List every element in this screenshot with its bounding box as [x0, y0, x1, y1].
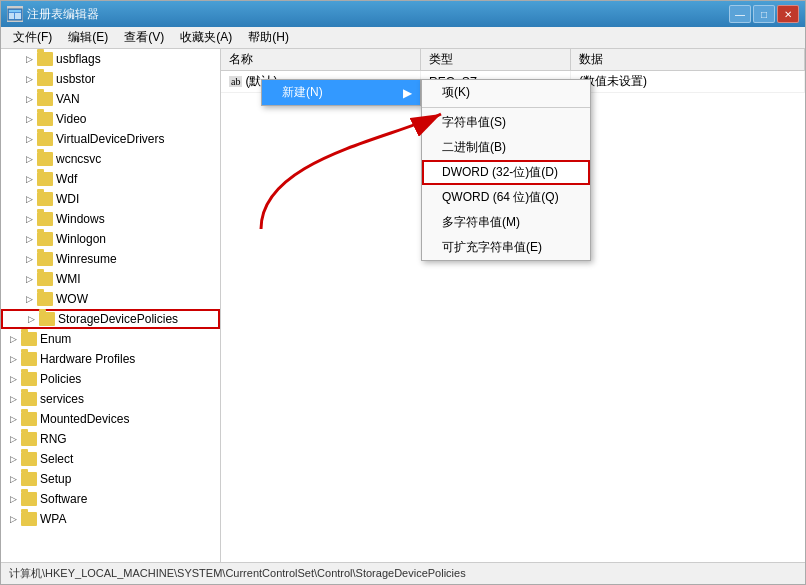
submenu-item-multistring[interactable]: 多字符串值(M) — [422, 210, 590, 235]
folder-icon — [37, 292, 53, 306]
tree-item-van[interactable]: ▷ VAN — [1, 89, 220, 109]
tree-label: usbflags — [56, 52, 101, 66]
submenu-item-dword[interactable]: DWORD (32-位)值(D) — [422, 160, 590, 185]
folder-icon — [37, 72, 53, 86]
folder-icon — [37, 192, 53, 206]
right-panel: 名称 类型 数据 ab (默认) REG_SZ (数值未设置) 新建(N) — [221, 49, 805, 562]
tree-panel[interactable]: ▷ usbflags ▷ usbstor ▷ VAN ▷ Video ▷ — [1, 49, 221, 562]
tree-label: WMI — [56, 272, 81, 286]
folder-icon — [39, 312, 55, 326]
submenu-item-qword[interactable]: QWORD (64 位)值(Q) — [422, 185, 590, 210]
menu-view[interactable]: 查看(V) — [116, 27, 172, 48]
tree-label: Wdf — [56, 172, 77, 186]
expand-icon: ▷ — [5, 491, 21, 507]
menu-file[interactable]: 文件(F) — [5, 27, 60, 48]
tree-item-software[interactable]: ▷ Software — [1, 489, 220, 509]
submenu-item-binary[interactable]: 二进制值(B) — [422, 135, 590, 160]
tree-item-rng[interactable]: ▷ RNG — [1, 429, 220, 449]
tree-item-wpa[interactable]: ▷ WPA — [1, 509, 220, 529]
expand-icon: ▷ — [5, 451, 21, 467]
tree-item-vdd[interactable]: ▷ VirtualDeviceDrivers — [1, 129, 220, 149]
svg-rect-3 — [15, 13, 21, 19]
tree-item-mounteddevices[interactable]: ▷ MountedDevices — [1, 409, 220, 429]
expand-icon: ▷ — [21, 211, 37, 227]
submenu[interactable]: 项(K) 字符串值(S) 二进制值(B) DWORD (32-位)值(D) QW… — [421, 79, 591, 261]
folder-icon — [37, 92, 53, 106]
table-row[interactable]: ab (默认) REG_SZ (数值未设置) — [221, 71, 805, 93]
expand-icon: ▷ — [21, 111, 37, 127]
tree-item-services[interactable]: ▷ services — [1, 389, 220, 409]
menubar: 文件(F) 编辑(E) 查看(V) 收藏夹(A) 帮助(H) — [1, 27, 805, 49]
tree-item-enum[interactable]: ▷ Enum — [1, 329, 220, 349]
submenu-item-string[interactable]: 字符串值(S) — [422, 110, 590, 135]
tree-label: MountedDevices — [40, 412, 129, 426]
menu-edit[interactable]: 编辑(E) — [60, 27, 116, 48]
ab-icon: ab — [229, 76, 242, 87]
expand-icon: ▷ — [21, 131, 37, 147]
window-icon — [7, 6, 23, 22]
folder-icon — [21, 512, 37, 526]
minimize-button[interactable]: — — [729, 5, 751, 23]
expand-icon: ▷ — [21, 191, 37, 207]
tree-item-select[interactable]: ▷ Select — [1, 449, 220, 469]
maximize-button[interactable]: □ — [753, 5, 775, 23]
folder-icon — [37, 52, 53, 66]
tree-item-storagepolicies[interactable]: ▷ StorageDevicePolicies — [1, 309, 220, 329]
close-button[interactable]: ✕ — [777, 5, 799, 23]
tree-label: Select — [40, 452, 73, 466]
folder-icon — [37, 172, 53, 186]
folder-icon — [37, 212, 53, 226]
tree-item-winresume[interactable]: ▷ Winresume — [1, 249, 220, 269]
menu-help[interactable]: 帮助(H) — [240, 27, 297, 48]
cell-data: (数值未设置) — [571, 71, 805, 92]
window-title: 注册表编辑器 — [27, 6, 729, 23]
col-data: 数据 — [571, 49, 805, 70]
folder-icon — [21, 332, 37, 346]
menu-favorites[interactable]: 收藏夹(A) — [172, 27, 240, 48]
expand-icon: ▷ — [21, 271, 37, 287]
tree-label: Policies — [40, 372, 81, 386]
tree-label: Setup — [40, 472, 71, 486]
tree-label: VirtualDeviceDrivers — [56, 132, 164, 146]
tree-item-wow[interactable]: ▷ WOW — [1, 289, 220, 309]
title-bar: 注册表编辑器 — □ ✕ — [1, 1, 805, 27]
folder-icon — [37, 112, 53, 126]
expand-icon: ▷ — [5, 351, 21, 367]
expand-icon: ▷ — [21, 151, 37, 167]
tree-item-wmi[interactable]: ▷ WMI — [1, 269, 220, 289]
tree-item-windows[interactable]: ▷ Windows — [1, 209, 220, 229]
expand-icon: ▷ — [21, 171, 37, 187]
col-type: 类型 — [421, 49, 571, 70]
folder-icon — [37, 132, 53, 146]
folder-icon — [21, 392, 37, 406]
tree-label: Winresume — [56, 252, 117, 266]
expand-icon: ▷ — [5, 371, 21, 387]
expand-icon: ▷ — [23, 311, 39, 327]
tree-item-usbstor[interactable]: ▷ usbstor — [1, 69, 220, 89]
tree-item-setup[interactable]: ▷ Setup — [1, 469, 220, 489]
svg-rect-1 — [9, 10, 21, 12]
svg-rect-2 — [9, 13, 14, 19]
expand-icon: ▷ — [5, 511, 21, 527]
folder-icon — [21, 472, 37, 486]
tree-item-wdf[interactable]: ▷ Wdf — [1, 169, 220, 189]
folder-icon — [37, 232, 53, 246]
col-name: 名称 — [221, 49, 421, 70]
tree-item-wcncsvc[interactable]: ▷ wcncsvc — [1, 149, 220, 169]
tree-item-video[interactable]: ▷ Video — [1, 109, 220, 129]
tree-item-wdi[interactable]: ▷ WDI — [1, 189, 220, 209]
expand-icon: ▷ — [21, 51, 37, 67]
cell-type: REG_SZ — [421, 71, 571, 92]
tree-label: VAN — [56, 92, 80, 106]
tree-item-winlogon[interactable]: ▷ Winlogon — [1, 229, 220, 249]
tree-label: wcncsvc — [56, 152, 101, 166]
status-bar: 计算机\HKEY_LOCAL_MACHINE\SYSTEM\CurrentCon… — [1, 562, 805, 584]
tree-item-hwprofiles[interactable]: ▷ Hardware Profiles — [1, 349, 220, 369]
tree-label: Software — [40, 492, 87, 506]
tree-item-usbflags[interactable]: ▷ usbflags — [1, 49, 220, 69]
tree-item-policies[interactable]: ▷ Policies — [1, 369, 220, 389]
folder-icon — [37, 252, 53, 266]
folder-icon — [21, 452, 37, 466]
expand-icon: ▷ — [5, 391, 21, 407]
submenu-item-expandstring[interactable]: 可扩充字符串值(E) — [422, 235, 590, 260]
